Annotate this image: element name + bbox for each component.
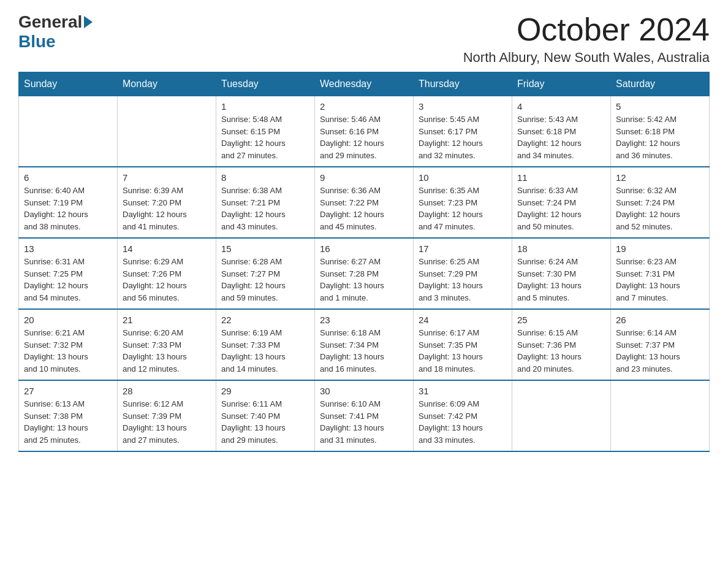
calendar-empty-cell xyxy=(611,380,710,451)
day-info: Sunrise: 6:13 AMSunset: 7:38 PMDaylight:… xyxy=(24,398,112,446)
day-info: Sunrise: 6:18 AMSunset: 7:34 PMDaylight:… xyxy=(320,327,408,375)
calendar-day-4: 4Sunrise: 5:43 AMSunset: 6:18 PMDaylight… xyxy=(512,96,611,167)
calendar-day-29: 29Sunrise: 6:11 AMSunset: 7:40 PMDayligh… xyxy=(216,380,315,451)
weekday-header-tuesday: Tuesday xyxy=(216,72,315,96)
day-number: 7 xyxy=(123,172,211,183)
day-info: Sunrise: 6:32 AMSunset: 7:24 PMDaylight:… xyxy=(616,185,704,232)
calendar-day-27: 27Sunrise: 6:13 AMSunset: 7:38 PMDayligh… xyxy=(19,380,118,451)
day-info: Sunrise: 6:21 AMSunset: 7:32 PMDaylight:… xyxy=(24,327,112,375)
day-info: Sunrise: 6:09 AMSunset: 7:42 PMDaylight:… xyxy=(419,398,507,446)
day-info: Sunrise: 6:10 AMSunset: 7:41 PMDaylight:… xyxy=(320,398,408,446)
calendar-empty-cell xyxy=(512,380,611,451)
calendar-day-21: 21Sunrise: 6:20 AMSunset: 7:33 PMDayligh… xyxy=(118,309,216,380)
day-info: Sunrise: 6:27 AMSunset: 7:28 PMDaylight:… xyxy=(320,256,408,304)
calendar-day-5: 5Sunrise: 5:42 AMSunset: 6:18 PMDaylight… xyxy=(611,96,710,167)
day-number: 22 xyxy=(221,315,309,325)
day-number: 27 xyxy=(24,386,112,396)
day-number: 29 xyxy=(221,386,309,396)
calendar-day-3: 3Sunrise: 5:45 AMSunset: 6:17 PMDaylight… xyxy=(414,96,512,167)
weekday-header-saturday: Saturday xyxy=(611,72,710,96)
weekday-header-monday: Monday xyxy=(118,72,216,96)
day-number: 19 xyxy=(616,243,704,254)
day-info: Sunrise: 6:20 AMSunset: 7:33 PMDaylight:… xyxy=(123,327,211,375)
calendar-day-1: 1Sunrise: 5:48 AMSunset: 6:15 PMDaylight… xyxy=(216,96,315,167)
logo-arrow-icon xyxy=(84,16,93,28)
day-info: Sunrise: 6:31 AMSunset: 7:25 PMDaylight:… xyxy=(24,256,112,304)
title-section: October 2024 North Albury, New South Wal… xyxy=(463,12,710,66)
calendar-day-7: 7Sunrise: 6:39 AMSunset: 7:20 PMDaylight… xyxy=(118,167,216,238)
day-info: Sunrise: 5:42 AMSunset: 6:18 PMDaylight:… xyxy=(616,113,704,161)
calendar-day-18: 18Sunrise: 6:24 AMSunset: 7:30 PMDayligh… xyxy=(512,238,611,309)
calendar-day-28: 28Sunrise: 6:12 AMSunset: 7:39 PMDayligh… xyxy=(118,380,216,451)
day-number: 26 xyxy=(616,315,704,325)
page-header: General Blue October 2024 North Albury, … xyxy=(18,12,710,66)
calendar-day-9: 9Sunrise: 6:36 AMSunset: 7:22 PMDaylight… xyxy=(315,167,414,238)
calendar-week-row: 6Sunrise: 6:40 AMSunset: 7:19 PMDaylight… xyxy=(19,167,710,238)
calendar-empty-cell xyxy=(118,96,216,167)
weekday-header-wednesday: Wednesday xyxy=(315,72,414,96)
day-info: Sunrise: 6:24 AMSunset: 7:30 PMDaylight:… xyxy=(517,256,605,304)
day-number: 28 xyxy=(123,386,211,396)
day-number: 8 xyxy=(221,172,309,183)
day-info: Sunrise: 6:38 AMSunset: 7:21 PMDaylight:… xyxy=(221,185,309,232)
day-number: 5 xyxy=(616,101,704,112)
day-number: 12 xyxy=(616,172,704,183)
calendar-day-10: 10Sunrise: 6:35 AMSunset: 7:23 PMDayligh… xyxy=(414,167,512,238)
month-title: October 2024 xyxy=(463,12,710,47)
calendar-week-row: 20Sunrise: 6:21 AMSunset: 7:32 PMDayligh… xyxy=(19,309,710,380)
day-info: Sunrise: 6:33 AMSunset: 7:24 PMDaylight:… xyxy=(517,185,605,232)
day-info: Sunrise: 6:25 AMSunset: 7:29 PMDaylight:… xyxy=(419,256,507,304)
location-title: North Albury, New South Wales, Australia xyxy=(463,50,710,66)
calendar-day-26: 26Sunrise: 6:14 AMSunset: 7:37 PMDayligh… xyxy=(611,309,710,380)
day-info: Sunrise: 6:15 AMSunset: 7:36 PMDaylight:… xyxy=(517,327,605,375)
calendar-day-2: 2Sunrise: 5:46 AMSunset: 6:16 PMDaylight… xyxy=(315,96,414,167)
day-info: Sunrise: 6:36 AMSunset: 7:22 PMDaylight:… xyxy=(320,185,408,232)
calendar-day-25: 25Sunrise: 6:15 AMSunset: 7:36 PMDayligh… xyxy=(512,309,611,380)
calendar-table: SundayMondayTuesdayWednesdayThursdayFrid… xyxy=(18,72,710,452)
calendar-day-22: 22Sunrise: 6:19 AMSunset: 7:33 PMDayligh… xyxy=(216,309,315,380)
day-number: 4 xyxy=(517,101,605,112)
calendar-day-15: 15Sunrise: 6:28 AMSunset: 7:27 PMDayligh… xyxy=(216,238,315,309)
day-info: Sunrise: 6:23 AMSunset: 7:31 PMDaylight:… xyxy=(616,256,704,304)
day-info: Sunrise: 6:17 AMSunset: 7:35 PMDaylight:… xyxy=(419,327,507,375)
day-number: 13 xyxy=(24,243,112,254)
calendar-week-row: 27Sunrise: 6:13 AMSunset: 7:38 PMDayligh… xyxy=(19,380,710,451)
day-info: Sunrise: 6:39 AMSunset: 7:20 PMDaylight:… xyxy=(123,185,211,232)
calendar-day-30: 30Sunrise: 6:10 AMSunset: 7:41 PMDayligh… xyxy=(315,380,414,451)
day-info: Sunrise: 6:40 AMSunset: 7:19 PMDaylight:… xyxy=(24,185,112,232)
day-info: Sunrise: 5:45 AMSunset: 6:17 PMDaylight:… xyxy=(419,113,507,161)
calendar-day-20: 20Sunrise: 6:21 AMSunset: 7:32 PMDayligh… xyxy=(19,309,118,380)
weekday-header-thursday: Thursday xyxy=(414,72,512,96)
calendar-day-17: 17Sunrise: 6:25 AMSunset: 7:29 PMDayligh… xyxy=(414,238,512,309)
weekday-header-sunday: Sunday xyxy=(19,72,118,96)
weekday-header-friday: Friday xyxy=(512,72,611,96)
day-info: Sunrise: 6:11 AMSunset: 7:40 PMDaylight:… xyxy=(221,398,309,446)
day-number: 6 xyxy=(24,172,112,183)
calendar-day-31: 31Sunrise: 6:09 AMSunset: 7:42 PMDayligh… xyxy=(414,380,512,451)
day-number: 15 xyxy=(221,243,309,254)
day-number: 30 xyxy=(320,386,408,396)
calendar-day-13: 13Sunrise: 6:31 AMSunset: 7:25 PMDayligh… xyxy=(19,238,118,309)
day-number: 23 xyxy=(320,315,408,325)
day-number: 14 xyxy=(123,243,211,254)
day-number: 17 xyxy=(419,243,507,254)
day-info: Sunrise: 5:46 AMSunset: 6:16 PMDaylight:… xyxy=(320,113,408,161)
calendar-day-6: 6Sunrise: 6:40 AMSunset: 7:19 PMDaylight… xyxy=(19,167,118,238)
day-number: 3 xyxy=(419,101,507,112)
day-number: 9 xyxy=(320,172,408,183)
calendar-empty-cell xyxy=(19,96,118,167)
calendar-week-row: 1Sunrise: 5:48 AMSunset: 6:15 PMDaylight… xyxy=(19,96,710,167)
day-number: 16 xyxy=(320,243,408,254)
calendar-day-12: 12Sunrise: 6:32 AMSunset: 7:24 PMDayligh… xyxy=(611,167,710,238)
calendar-week-row: 13Sunrise: 6:31 AMSunset: 7:25 PMDayligh… xyxy=(19,238,710,309)
day-number: 1 xyxy=(221,101,309,112)
calendar-day-11: 11Sunrise: 6:33 AMSunset: 7:24 PMDayligh… xyxy=(512,167,611,238)
day-info: Sunrise: 5:48 AMSunset: 6:15 PMDaylight:… xyxy=(221,113,309,161)
logo-general-text: General xyxy=(18,12,82,32)
day-number: 20 xyxy=(24,315,112,325)
calendar-day-19: 19Sunrise: 6:23 AMSunset: 7:31 PMDayligh… xyxy=(611,238,710,309)
day-number: 18 xyxy=(517,243,605,254)
day-number: 11 xyxy=(517,172,605,183)
day-info: Sunrise: 6:28 AMSunset: 7:27 PMDaylight:… xyxy=(221,256,309,304)
day-number: 10 xyxy=(419,172,507,183)
